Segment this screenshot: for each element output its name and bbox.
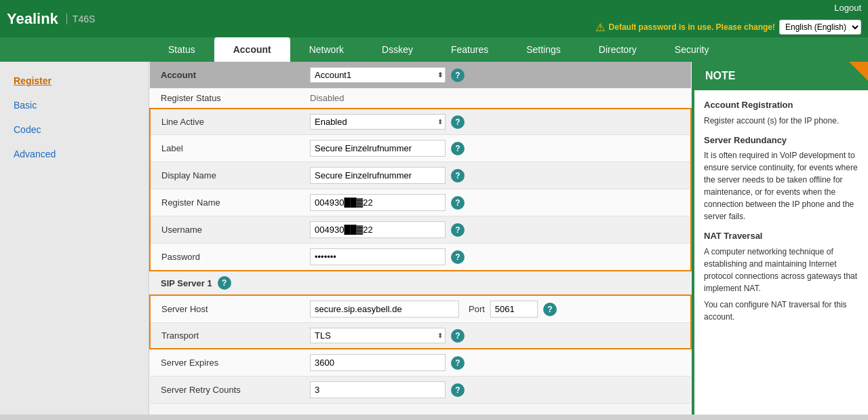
transport-row: Transport TLS UDP TCP ⬍ ? xyxy=(150,323,691,349)
server-expires-help[interactable]: ? xyxy=(451,356,465,370)
server-host-value-cell: Port ? xyxy=(299,295,691,323)
register-name-label: Register Name xyxy=(150,189,299,216)
sip-server-header-row: SIP Server 1 ? xyxy=(150,271,691,295)
account-col-header: Account xyxy=(150,62,299,88)
register-status-label: Register Status xyxy=(150,88,299,109)
line-active-value: Enabled Disabled ⬍ ? xyxy=(310,114,679,130)
transport-help[interactable]: ? xyxy=(451,329,465,343)
note-header: NOTE xyxy=(694,62,868,90)
server-retry-help[interactable]: ? xyxy=(451,383,465,397)
display-name-input[interactable] xyxy=(310,167,446,184)
transport-select[interactable]: TLS UDP TCP xyxy=(310,328,446,343)
server-host-row: Server Host Port ? xyxy=(150,295,691,323)
register-name-input[interactable] xyxy=(310,194,446,211)
server-expires-row: Server Expires ? xyxy=(150,349,691,377)
sidebar-item-register[interactable]: Register xyxy=(0,69,149,93)
sip-server-help[interactable]: ? xyxy=(218,276,231,290)
tab-settings[interactable]: Settings xyxy=(507,37,580,62)
note-section-3-heading: NAT Traversal xyxy=(704,229,859,243)
account-select[interactable]: Account1 xyxy=(310,67,446,83)
password-help[interactable]: ? xyxy=(451,250,465,264)
account-select-container: Account1 ⬍ xyxy=(310,67,446,83)
content-area: Account Account1 ⬍ ? xyxy=(149,62,692,415)
label-field-label: Label xyxy=(150,135,299,162)
server-retry-value: ? xyxy=(310,381,680,398)
sip-server-title: SIP Server 1 xyxy=(161,278,212,288)
note-section-1-text: Register account (s) for the IP phone. xyxy=(704,115,859,127)
label-value-cell: ? xyxy=(299,135,691,162)
note-section-3-text: A computer networking technique of estab… xyxy=(704,246,859,294)
server-expires-label: Server Expires xyxy=(150,349,299,377)
register-status-text: Disabled xyxy=(310,93,344,103)
brand-name: Yealink xyxy=(7,10,58,28)
transport-value: TLS UDP TCP ⬍ ? xyxy=(310,328,679,343)
server-expires-value-cell: ? xyxy=(299,349,691,377)
server-retry-input[interactable] xyxy=(310,381,446,398)
note-section-1-heading: Account Registration xyxy=(704,98,859,112)
port-input[interactable] xyxy=(490,301,538,318)
label-row: Label ? xyxy=(150,135,691,162)
warning-bar: ⚠ Default password is in use. Please cha… xyxy=(595,20,861,35)
line-active-row: Line Active Enabled Disabled ⬍ ? xyxy=(150,109,691,135)
transport-label: Transport xyxy=(150,323,299,349)
register-name-row: Register Name ? xyxy=(150,189,691,216)
tab-dsskey[interactable]: Dsskey xyxy=(363,37,432,62)
sidebar-item-advanced[interactable]: Advanced xyxy=(0,142,149,166)
line-active-value-cell: Enabled Disabled ⬍ ? xyxy=(299,109,691,135)
tab-status[interactable]: Status xyxy=(149,37,214,62)
tab-security[interactable]: Security xyxy=(656,37,728,62)
register-status-value: Disabled xyxy=(310,93,680,103)
username-value: ? xyxy=(310,221,679,238)
line-active-select-wrapper: Enabled Disabled ⬍ xyxy=(310,114,446,130)
label-input[interactable] xyxy=(310,140,446,157)
password-value-cell: ? xyxy=(299,244,691,271)
password-row: Password ? xyxy=(150,244,691,271)
server-retry-label: Server Retry Counts xyxy=(150,377,299,404)
server-expires-input[interactable] xyxy=(310,354,446,371)
header: Yealink T46S Logout ⚠ Default password i… xyxy=(0,0,868,37)
sidebar-item-basic[interactable]: Basic xyxy=(0,93,149,117)
note-title: NOTE xyxy=(705,70,735,81)
warning-icon: ⚠ xyxy=(595,21,605,34)
server-host-help[interactable]: ? xyxy=(543,303,557,316)
main-layout: Register Basic Codec Advanced Account Ac… xyxy=(0,62,868,415)
account-value-header: Account1 ⬍ ? xyxy=(299,62,691,88)
username-value-cell: ? xyxy=(299,216,691,244)
tab-account[interactable]: Account xyxy=(214,37,290,62)
tab-features[interactable]: Features xyxy=(432,37,507,62)
sidebar-item-codec[interactable]: Codec xyxy=(0,117,149,142)
password-input[interactable] xyxy=(310,248,446,265)
transport-select-wrapper: TLS UDP TCP ⬍ xyxy=(310,328,446,343)
display-name-value: ? xyxy=(310,167,679,184)
language-select[interactable]: English (English) xyxy=(779,20,861,35)
server-host-input[interactable] xyxy=(310,301,459,318)
warning-text: Default password is in use. Please chang… xyxy=(609,22,775,32)
account-help-icon[interactable]: ? xyxy=(451,69,465,82)
line-active-help[interactable]: ? xyxy=(451,115,465,129)
display-name-label: Display Name xyxy=(150,162,299,189)
display-name-help[interactable]: ? xyxy=(451,169,465,183)
register-name-value-cell: ? xyxy=(299,189,691,216)
tab-network[interactable]: Network xyxy=(290,37,363,62)
logout-area: Logout xyxy=(834,3,861,13)
transport-value-cell: TLS UDP TCP ⬍ ? xyxy=(299,323,691,349)
register-status-row: Register Status Disabled xyxy=(150,88,691,109)
server-retry-value-cell: ? xyxy=(299,377,691,404)
label-help[interactable]: ? xyxy=(451,142,465,155)
username-input[interactable] xyxy=(310,221,446,238)
logout-button[interactable]: Logout xyxy=(834,3,861,13)
logo: Yealink T46S xyxy=(7,10,95,28)
register-name-help[interactable]: ? xyxy=(451,196,465,210)
username-help[interactable]: ? xyxy=(451,223,465,237)
sip-section-label: SIP Server 1 ? xyxy=(161,276,680,290)
tab-directory[interactable]: Directory xyxy=(580,37,656,62)
display-name-row: Display Name ? xyxy=(150,162,691,189)
nav-tabs: Status Account Network Dsskey Features S… xyxy=(0,37,868,62)
port-label: Port xyxy=(469,304,485,314)
form-table: Account Account1 ⬍ ? xyxy=(149,62,692,404)
server-retry-row: Server Retry Counts ? xyxy=(150,377,691,404)
model-name: T46S xyxy=(66,14,95,24)
password-label: Password xyxy=(150,244,299,271)
server-expires-value: ? xyxy=(310,354,680,371)
line-active-select[interactable]: Enabled Disabled xyxy=(310,114,446,130)
